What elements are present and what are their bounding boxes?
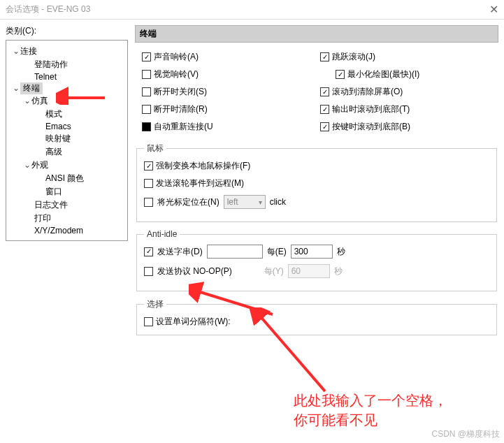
checkbox-jump-scroll[interactable]: 跳跃滚动(J) (320, 51, 491, 63)
checkbox-send-wheel-remote[interactable]: 发送滚轮事件到远程(M) (144, 177, 489, 189)
checkbox-icon (144, 317, 153, 326)
checkbox-icon (320, 52, 329, 61)
group-select: 选择 设置单词分隔符(W): (136, 298, 497, 335)
section-header-terminal: 终端 (135, 25, 498, 43)
input-noop-seconds (288, 264, 330, 278)
checkbox-minimize-drawing[interactable]: 最小化绘图(最快)(I) (336, 68, 491, 80)
label-click: click (270, 197, 286, 207)
tree-log-file[interactable]: 日志文件 (9, 198, 124, 212)
checkbox-icon (320, 122, 329, 131)
label-every-y: 每(Y) (264, 266, 284, 277)
label-place-cursor: 将光标定位在(N) (157, 196, 219, 208)
settings-panel: 终端 声音响铃(A) 视觉响铃(V) 断开时关闭(S) 断开时清除(R) 自动重… (135, 25, 504, 437)
checkbox-icon (320, 105, 329, 114)
checkbox-icon (142, 105, 151, 114)
checkbox-visual-bell[interactable]: 视觉响铃(V) (142, 68, 313, 80)
label-every-e: 每(E) (267, 246, 287, 258)
tree-emacs[interactable]: Emacs (9, 121, 124, 132)
checkbox-icon (336, 70, 345, 79)
checkbox-scroll-to-clear[interactable]: 滚动到清除屏幕(O) (320, 86, 491, 98)
checkbox-place-cursor[interactable] (144, 198, 153, 207)
tree-ansi-color[interactable]: ANSI 颜色 (9, 172, 124, 185)
checkbox-send-noop[interactable] (144, 267, 153, 276)
chevron-down-icon: ⌄ (12, 46, 20, 56)
checkbox-scroll-output-bottom[interactable]: 输出时滚动到底部(T) (320, 103, 491, 115)
checkbox-audio-bell[interactable]: 声音响铃(A) (142, 51, 313, 63)
category-tree: ⌄连接 登陆动作 Telnet ⌄终端 ⌄仿真 模式 Emacs 映射键 高级 … (6, 40, 128, 241)
legend-select: 选择 (144, 298, 166, 310)
tree-telnet[interactable]: Telnet (9, 71, 124, 82)
tree-mode[interactable]: 模式 (9, 108, 124, 121)
legend-anti-idle: Anti-idle (144, 229, 180, 239)
window-title: 会话选项 - EVE-NG 03 (6, 3, 90, 15)
tree-login-action[interactable]: 登陆动作 (9, 58, 124, 71)
checkbox-icon (144, 179, 153, 188)
checkbox-icon (142, 52, 151, 61)
tree-print[interactable]: 打印 (9, 212, 124, 225)
label-send-string: 发送字串(D) (157, 246, 203, 258)
checkbox-close-on-disconnect[interactable]: 断开时关闭(S) (142, 86, 313, 98)
tree-appearance[interactable]: ⌄外观 (9, 159, 124, 172)
checkbox-icon (320, 87, 329, 96)
tree-connection[interactable]: ⌄连接 (9, 45, 124, 58)
input-every-seconds[interactable] (291, 245, 333, 259)
titlebar: 会话选项 - EVE-NG 03 ✕ (0, 0, 504, 20)
chevron-down-icon: ⌄ (23, 96, 31, 106)
close-icon[interactable]: ✕ (489, 3, 498, 16)
tree-xyzmodem[interactable]: X/Y/Zmodem (9, 225, 124, 236)
tree-terminal[interactable]: 终端 (20, 82, 43, 94)
tree-emulation[interactable]: ⌄仿真 (9, 94, 124, 108)
group-mouse: 鼠标 强制变换本地鼠标操作(F) 发送滚轮事件到远程(M) 将光标定位在(N) … (136, 143, 497, 222)
input-send-string[interactable] (207, 245, 263, 259)
tree-advanced[interactable]: 高级 (9, 145, 124, 159)
checkbox-scroll-key-bottom[interactable]: 按键时滚动到底部(B) (320, 121, 491, 133)
checkbox-icon (142, 122, 151, 131)
label-send-noop: 发送协议 NO-OP(P) (157, 266, 232, 277)
checkbox-auto-reconnect[interactable]: 自动重新连接(U (142, 121, 313, 133)
category-label: 类别(C): (6, 25, 128, 37)
checkbox-icon (144, 161, 153, 170)
group-anti-idle: Anti-idle 发送字串(D) 每(E) 秒 发送协议 NO-OP(P) 每… (136, 229, 497, 291)
checkbox-clear-on-disconnect[interactable]: 断开时清除(R) (142, 103, 313, 115)
tree-window[interactable]: 窗口 (9, 185, 124, 198)
chevron-down-icon: ⌄ (23, 160, 31, 170)
checkbox-word-delimiters[interactable]: 设置单词分隔符(W): (144, 316, 489, 328)
label-seconds-2: 秒 (334, 266, 343, 277)
checkbox-icon (142, 87, 151, 96)
checkbox-send-string[interactable] (144, 247, 153, 256)
checkbox-force-local-mouse[interactable]: 强制变换本地鼠标操作(F) (144, 160, 489, 172)
label-seconds: 秒 (337, 246, 345, 258)
tree-map-keys[interactable]: 映射键 (9, 132, 124, 145)
checkbox-icon (142, 70, 151, 79)
chevron-down-icon: ⌄ (12, 83, 20, 93)
select-cursor-position: left (224, 195, 266, 209)
legend-mouse: 鼠标 (144, 143, 166, 154)
